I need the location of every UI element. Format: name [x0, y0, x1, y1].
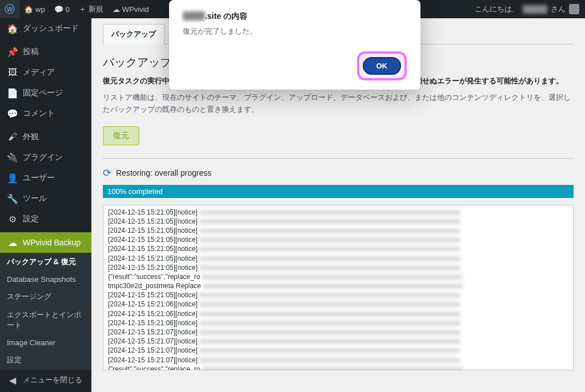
- tab-backup[interactable]: バックアップ: [103, 24, 165, 45]
- user-greeting[interactable]: こんにちは、 xxxxxx さん: [475, 4, 585, 14]
- site-home[interactable]: 🏠wp: [19, 0, 50, 18]
- pin-icon: 📌: [7, 46, 18, 58]
- cloud-icon: ☁: [7, 237, 18, 248]
- submenu-settings[interactable]: 設定: [0, 351, 91, 369]
- alert-dialog: xxxxx.site の内容 復元が完了しました。 OK: [169, 0, 420, 90]
- menu-dashboard[interactable]: 🏠ダッシュボード: [0, 18, 91, 39]
- cloud-icon: ☁: [113, 5, 120, 14]
- log-textarea[interactable]: [2024-12-15 15:21:05][notice] xxxxxxxxxx…: [103, 205, 574, 370]
- collapse-icon: ◀: [7, 374, 18, 386]
- admin-sidebar: 🏠ダッシュボード 📌投稿 🖼メディア 📄固定ページ 💬コメント 🖌外観 🔌プラグ…: [0, 18, 91, 392]
- submenu-export-import[interactable]: エクスポートとインポート: [0, 306, 91, 334]
- users-icon: 👤: [7, 172, 18, 184]
- plus-icon: ＋: [79, 4, 86, 14]
- menu-pages[interactable]: 📄固定ページ: [0, 83, 91, 103]
- plugins-icon: 🔌: [7, 152, 18, 163]
- dialog-message: 復元が完了しました。: [183, 26, 407, 37]
- menu-posts[interactable]: 📌投稿: [0, 42, 91, 62]
- menu-comments[interactable]: 💬コメント: [0, 103, 91, 124]
- menu-appearance[interactable]: 🖌外観: [0, 127, 91, 147]
- ok-highlight: OK: [357, 51, 407, 80]
- media-icon: 🖼: [7, 67, 18, 78]
- progress-bar: 100% completed: [103, 185, 574, 198]
- home-icon: 🏠: [24, 5, 33, 14]
- menu-wpvivid[interactable]: ☁WPvivid Backup: [0, 232, 91, 253]
- menu-media[interactable]: 🖼メディア: [0, 62, 91, 83]
- comment-icon: 💬: [54, 5, 63, 14]
- pages-icon: 📄: [7, 87, 18, 99]
- submenu-staging[interactable]: ステージング: [0, 288, 91, 306]
- settings-icon: ⚙: [7, 213, 18, 225]
- menu-users[interactable]: 👤ユーザー: [0, 168, 91, 188]
- submenu-backup-restore[interactable]: バックアップ & 復元: [0, 253, 91, 271]
- status-text: Restoring: overall progress: [116, 168, 211, 177]
- description-text: リストア機能は、現在のサイトのテーマ、プラグイン、アップロード、データベースおよ…: [103, 92, 574, 116]
- status-row: ⟳ Restoring: overall progress: [103, 167, 574, 179]
- avatar: [569, 4, 579, 14]
- ok-button[interactable]: OK: [363, 57, 402, 75]
- divider: [103, 158, 574, 159]
- menu-plugins[interactable]: 🔌プラグイン: [0, 147, 91, 168]
- submenu-image-cleaner[interactable]: Image Cleaner: [0, 334, 91, 351]
- comments-link[interactable]: 💬0: [50, 0, 74, 18]
- restore-button[interactable]: 復元: [103, 126, 139, 146]
- dialog-title: xxxxx.site の内容: [183, 11, 407, 22]
- collapse-menu[interactable]: ◀メニューを閉じる: [0, 369, 91, 390]
- wpvivid-submenu: バックアップ & 復元 Database Snapshots ステージング エク…: [0, 253, 91, 369]
- dashboard-icon: 🏠: [7, 23, 18, 34]
- comments-icon: 💬: [7, 108, 18, 119]
- menu-tools[interactable]: 🔧ツール: [0, 188, 91, 209]
- wordpress-logo[interactable]: ⓦ: [0, 0, 19, 18]
- tools-icon: 🔧: [7, 193, 18, 204]
- submenu-db-snapshots[interactable]: Database Snapshots: [0, 271, 91, 288]
- refresh-icon: ⟳: [103, 167, 111, 179]
- wpvivid-topbar[interactable]: ☁WPvivid: [108, 0, 154, 18]
- new-content[interactable]: ＋新規: [74, 0, 108, 18]
- menu-settings[interactable]: ⚙設定: [0, 209, 91, 229]
- appearance-icon: 🖌: [7, 131, 18, 143]
